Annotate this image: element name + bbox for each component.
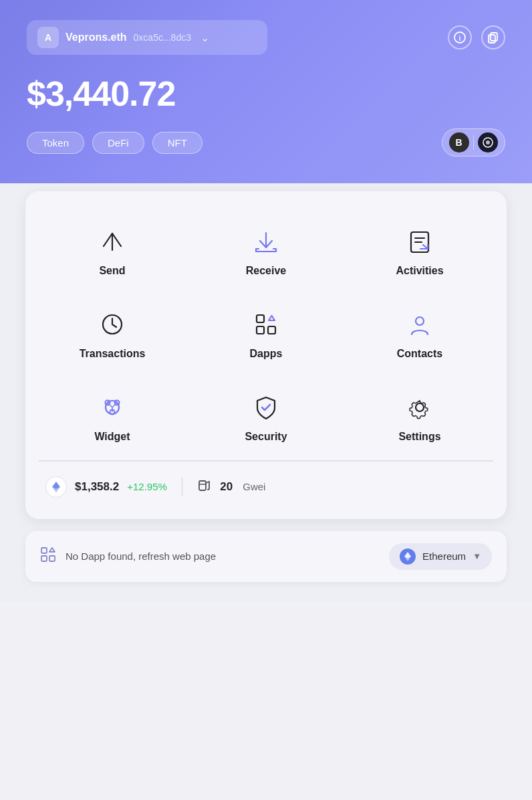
gas-value: 20 [220,480,233,494]
header-actions: i [448,25,505,49]
security-label: Security [245,431,287,443]
dapps-label: Dapps [250,348,283,360]
svg-rect-34 [41,548,47,553]
svg-point-29 [416,403,424,411]
settings-icon [403,391,436,424]
copy-button[interactable] [481,25,505,49]
chevron-down-icon: ⌄ [201,31,209,44]
eth-change: +12.95% [127,481,167,492]
header: A Veprons.eth 0xca5c...8dc3 ⌄ i $3,440.7… [0,0,532,183]
dapps-icon [249,308,283,341]
network-name: Ethereum [422,551,466,562]
contacts-action[interactable]: Contacts [346,294,493,371]
receive-action[interactable]: Receive [192,211,340,288]
svg-rect-19 [268,326,275,334]
activities-icon [403,225,436,258]
send-icon [96,225,129,258]
widget-action[interactable]: Widget [39,377,186,454]
svg-rect-18 [257,326,264,334]
svg-rect-37 [49,556,55,561]
widget-label: Widget [94,431,130,443]
brand-logo-b[interactable]: B [449,132,469,153]
widget-icon [96,391,129,424]
action-grid: Send Receive [39,211,493,454]
security-action[interactable]: Security [192,377,340,454]
bottom-bar: No Dapp found, refresh web page Ethereum… [25,531,507,582]
dapp-grid-icon [40,546,56,566]
svg-point-21 [416,317,424,325]
wallet-name: Veprons.eth [65,31,127,43]
settings-label: Settings [398,431,440,443]
footer-divider [182,478,183,496]
card-divider [39,460,493,462]
eth-price: $1,358.2 [75,480,119,494]
activities-label: Activities [396,265,443,277]
dapps-action[interactable]: Dapps [192,294,340,371]
svg-rect-35 [41,556,47,561]
network-chevron-icon: ▼ [473,551,481,561]
avatar: A [37,27,59,48]
brand-logo-2[interactable] [478,132,498,153]
settings-action[interactable]: Settings [346,377,493,454]
contacts-label: Contacts [397,348,442,360]
token-tab[interactable]: Token [27,132,84,154]
transactions-label: Transactions [80,348,146,360]
gas-icon [197,478,212,496]
footer-row: $1,358.2 +12.95% 20 Gwei [39,468,493,506]
wallet-address: 0xca5c...8dc3 [134,32,191,43]
network-selector[interactable]: Ethereum ▼ [389,543,492,570]
send-action[interactable]: Send [39,211,186,288]
activities-action[interactable]: Activities [346,211,493,288]
svg-marker-20 [269,316,275,320]
transactions-icon [96,308,129,341]
svg-point-5 [486,140,490,144]
send-label: Send [99,265,125,277]
eth-logo [45,476,67,498]
balance-display: $3,440.72 [27,74,505,114]
svg-rect-32 [199,481,206,490]
receive-icon [249,225,283,258]
gas-unit: Gwei [243,481,265,492]
nft-tab[interactable]: NFT [152,132,203,154]
receive-label: Receive [246,265,287,277]
svg-marker-36 [49,548,55,552]
transactions-action[interactable]: Transactions [39,294,186,371]
dapp-left: No Dapp found, refresh web page [40,546,216,566]
info-button[interactable]: i [448,25,472,49]
contacts-icon [403,308,436,341]
dapp-message: No Dapp found, refresh web page [65,551,216,562]
svg-rect-17 [257,315,264,322]
logo-group: B [442,128,506,157]
address-bar[interactable]: A Veprons.eth 0xca5c...8dc3 ⌄ [27,20,267,55]
main-card: Send Receive [25,191,507,519]
security-icon [249,391,283,424]
network-logo [400,548,416,565]
tab-row: Token DeFi NFT B [27,128,505,157]
svg-rect-3 [489,35,495,43]
logo-divider [473,135,475,150]
svg-text:i: i [459,35,461,42]
defi-tab[interactable]: DeFi [92,132,144,154]
